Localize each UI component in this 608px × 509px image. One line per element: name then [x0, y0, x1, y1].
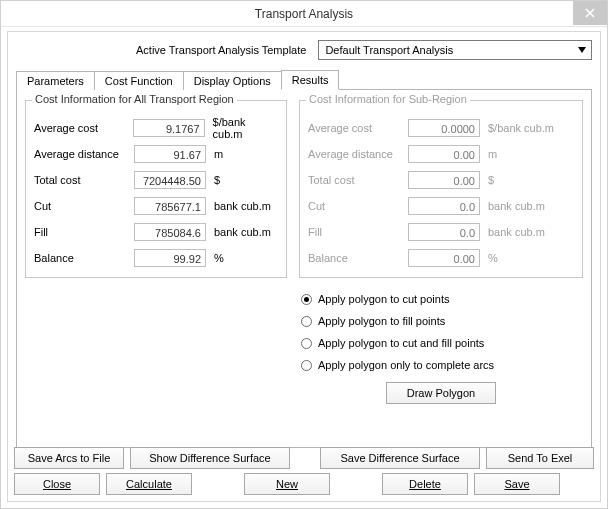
unit-all-fill: bank cub.m	[214, 226, 271, 238]
tabstrip: Parameters Cost Function Display Options…	[16, 68, 592, 90]
label-sub-cut: Cut	[308, 200, 408, 212]
unit-all-cut: bank cub.m	[214, 200, 271, 212]
apply-polygon-radios: Apply polygon to cut points Apply polygo…	[299, 288, 583, 376]
new-button[interactable]: New	[244, 473, 330, 495]
row-all-balance: Balance 99.92 %	[34, 245, 278, 271]
row-all-cut: Cut 785677.1 bank cub.m	[34, 193, 278, 219]
row-all-total-cost: Total cost 7204448.50 $	[34, 167, 278, 193]
value-sub-total-cost: 0.00	[408, 171, 480, 189]
label-sub-fill: Fill	[308, 226, 408, 238]
label-all-avg-distance: Average distance	[34, 148, 134, 160]
value-all-fill: 785084.6	[134, 223, 206, 241]
value-sub-avg-distance: 0.00	[408, 145, 480, 163]
label-sub-avg-cost: Average cost	[308, 122, 408, 134]
radio-apply-arcs-label: Apply polygon only to complete arcs	[318, 359, 494, 371]
radio-apply-cut[interactable]: Apply polygon to cut points	[301, 288, 583, 310]
unit-all-avg-cost: $/bank cub.m	[213, 116, 278, 140]
label-sub-avg-distance: Average distance	[308, 148, 408, 160]
unit-sub-cut: bank cub.m	[488, 200, 545, 212]
draw-polygon-button[interactable]: Draw Polygon	[386, 382, 496, 404]
unit-all-total-cost: $	[214, 174, 220, 186]
client-area: Active Transport Analysis Template Defau…	[7, 31, 601, 502]
unit-sub-total-cost: $	[488, 174, 494, 186]
send-to-exel-button[interactable]: Send To Exel	[486, 447, 594, 469]
save-difference-button[interactable]: Save Difference Surface	[320, 447, 480, 469]
delete-button[interactable]: Delete	[382, 473, 468, 495]
group-cost-sub-legend: Cost Information for Sub-Region	[306, 93, 470, 105]
template-combobox[interactable]: Default Transport Analysis	[318, 40, 592, 60]
label-all-fill: Fill	[34, 226, 134, 238]
value-all-avg-cost: 9.1767	[133, 119, 204, 137]
unit-sub-avg-distance: m	[488, 148, 497, 160]
template-row: Active Transport Analysis Template Defau…	[16, 38, 592, 68]
label-all-cut: Cut	[34, 200, 134, 212]
dialog-buttons: Save Arcs to File Show Difference Surfac…	[14, 443, 594, 495]
radio-dot-icon	[301, 294, 312, 305]
label-all-total-cost: Total cost	[34, 174, 134, 186]
unit-all-avg-distance: m	[214, 148, 223, 160]
radio-apply-both-label: Apply polygon to cut and fill points	[318, 337, 484, 349]
group-cost-all-legend: Cost Information for All Transport Regio…	[32, 93, 237, 105]
window-title: Transport Analysis	[255, 7, 353, 21]
unit-sub-balance: %	[488, 252, 498, 264]
chevron-down-icon	[575, 42, 589, 58]
unit-all-balance: %	[214, 252, 224, 264]
row-all-fill: Fill 785084.6 bank cub.m	[34, 219, 278, 245]
show-difference-button[interactable]: Show Difference Surface	[130, 447, 290, 469]
radio-dot-icon	[301, 338, 312, 349]
row-all-avg-cost: Average cost 9.1767 $/bank cub.m	[34, 115, 278, 141]
tab-results[interactable]: Results	[281, 70, 340, 90]
tab-parameters[interactable]: Parameters	[16, 71, 95, 90]
tab-panel-results: Cost Information for All Transport Regio…	[16, 90, 592, 448]
value-all-avg-distance: 91.67	[134, 145, 206, 163]
calculate-button[interactable]: Calculate	[106, 473, 192, 495]
value-all-cut: 785677.1	[134, 197, 206, 215]
radio-dot-icon	[301, 360, 312, 371]
tab-display-options[interactable]: Display Options	[183, 71, 282, 90]
group-cost-sub: Cost Information for Sub-Region Average …	[299, 100, 583, 278]
value-all-total-cost: 7204448.50	[134, 171, 206, 189]
radio-apply-fill[interactable]: Apply polygon to fill points	[301, 310, 583, 332]
unit-sub-fill: bank cub.m	[488, 226, 545, 238]
label-all-balance: Balance	[34, 252, 134, 264]
radio-apply-complete-arcs[interactable]: Apply polygon only to complete arcs	[301, 354, 583, 376]
close-icon[interactable]	[573, 1, 607, 25]
save-arcs-button[interactable]: Save Arcs to File	[14, 447, 124, 469]
dialog-transport-analysis: Transport Analysis Active Transport Anal…	[0, 0, 608, 509]
label-all-avg-cost: Average cost	[34, 122, 133, 134]
radio-dot-icon	[301, 316, 312, 327]
value-sub-balance: 0.00	[408, 249, 480, 267]
radio-apply-cut-and-fill[interactable]: Apply polygon to cut and fill points	[301, 332, 583, 354]
value-all-balance: 99.92	[134, 249, 206, 267]
value-sub-cut: 0.0	[408, 197, 480, 215]
group-cost-all: Cost Information for All Transport Regio…	[25, 100, 287, 278]
save-button[interactable]: Save	[474, 473, 560, 495]
value-sub-fill: 0.0	[408, 223, 480, 241]
label-sub-total-cost: Total cost	[308, 174, 408, 186]
template-selected: Default Transport Analysis	[325, 44, 453, 56]
value-sub-avg-cost: 0.0000	[408, 119, 480, 137]
close-button[interactable]: Close	[14, 473, 100, 495]
radio-apply-fill-label: Apply polygon to fill points	[318, 315, 445, 327]
row-all-avg-distance: Average distance 91.67 m	[34, 141, 278, 167]
label-sub-balance: Balance	[308, 252, 408, 264]
unit-sub-avg-cost: $/bank cub.m	[488, 122, 554, 134]
titlebar: Transport Analysis	[1, 1, 607, 27]
radio-apply-cut-label: Apply polygon to cut points	[318, 293, 449, 305]
tab-cost-function[interactable]: Cost Function	[94, 71, 184, 90]
template-label: Active Transport Analysis Template	[136, 44, 306, 56]
